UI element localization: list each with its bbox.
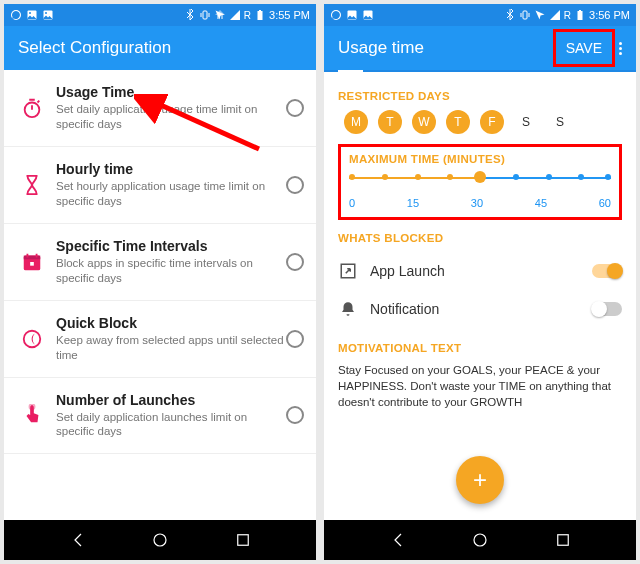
battery-icon: [574, 9, 586, 21]
day-fri[interactable]: F: [480, 110, 504, 134]
svg-point-15: [154, 534, 166, 546]
blocked-notification: Notification: [338, 290, 622, 328]
row-quick-block[interactable]: Quick Block Keep away from selected apps…: [4, 301, 316, 378]
vibrate-icon: [519, 9, 531, 21]
slider-label: 60: [599, 197, 611, 209]
status-clock: 3:55 PM: [269, 9, 310, 21]
carrier-label: R: [244, 10, 251, 21]
section-whats-blocked: WHATS BLOCKED: [338, 232, 622, 244]
signal-icon: [549, 9, 561, 21]
usage-time-form: RESTRICTED DAYS M T W T F S S MAXIMUM TI…: [324, 72, 636, 520]
toggle-notification[interactable]: [592, 302, 622, 316]
day-mon[interactable]: M: [344, 110, 368, 134]
overflow-menu-icon[interactable]: [619, 42, 622, 55]
blocked-label: App Launch: [358, 263, 592, 279]
app-bar-right: Usage time SAVE: [324, 26, 636, 70]
status-bar: R 3:55 PM: [4, 4, 316, 26]
svg-rect-25: [557, 535, 568, 546]
svg-rect-11: [30, 262, 34, 266]
page-title: Usage time: [338, 38, 553, 58]
phone-left: R 3:55 PM Select Configuration Usage Tim…: [4, 4, 316, 560]
annotation-box-slider: MAXIMUM TIME (MINUTES) 0 15 30 45 60: [338, 144, 622, 220]
section-restricted-days: RESTRICTED DAYS: [338, 90, 622, 102]
nav-home[interactable]: [471, 531, 489, 549]
day-sun[interactable]: S: [548, 110, 572, 134]
radio[interactable]: [286, 253, 304, 271]
row-sub: Keep away from selected apps until selec…: [56, 333, 286, 363]
stopwatch-icon: [21, 97, 43, 119]
status-bar: R 3:56 PM: [324, 4, 636, 26]
hourglass-icon: [21, 174, 43, 196]
svg-rect-7: [259, 10, 261, 11]
row-title: Usage Time: [56, 84, 286, 100]
whatsapp-icon: [10, 9, 22, 21]
nav-home[interactable]: [151, 531, 169, 549]
fab-add[interactable]: +: [456, 456, 504, 504]
location-icon: [534, 9, 546, 21]
save-button[interactable]: SAVE: [566, 40, 602, 56]
row-specific-intervals[interactable]: Specific Time Intervals Block apps in sp…: [4, 224, 316, 301]
svg-rect-21: [578, 11, 583, 20]
location-icon: [214, 9, 226, 21]
section-max-time: MAXIMUM TIME (MINUTES): [349, 153, 611, 165]
nav-back[interactable]: [389, 531, 407, 549]
status-clock: 3:56 PM: [589, 9, 630, 21]
section-motivational: MOTIVATIONAL TEXT: [338, 342, 622, 354]
row-sub: Set daily application usage time limit o…: [56, 102, 286, 132]
day-picker: M T W T F S S: [338, 110, 622, 134]
row-number-launches[interactable]: Number of Launches Set daily application…: [4, 378, 316, 455]
svg-point-24: [474, 534, 486, 546]
nav-back[interactable]: [69, 531, 87, 549]
launch-icon: [339, 262, 357, 280]
slider-label: 0: [349, 197, 355, 209]
slider-label: 45: [535, 197, 547, 209]
annotation-box-save: SAVE: [553, 29, 615, 67]
nav-recent[interactable]: [554, 531, 572, 549]
svg-point-4: [45, 12, 47, 14]
signal-icon: [229, 9, 241, 21]
image-icon: [346, 9, 358, 21]
day-wed[interactable]: W: [412, 110, 436, 134]
row-sub: Set hourly application usage time limit …: [56, 179, 286, 209]
slider-label: 30: [471, 197, 483, 209]
phone-right: R 3:56 PM Usage time SAVE RESTRICTED DAY…: [324, 4, 636, 560]
moon-icon: [21, 328, 43, 350]
radio[interactable]: [286, 176, 304, 194]
svg-rect-22: [579, 10, 581, 11]
svg-rect-5: [203, 11, 207, 19]
row-sub: Set daily application launches limit on …: [56, 410, 286, 440]
nav-bar: [4, 520, 316, 560]
radio[interactable]: [286, 330, 304, 348]
motivational-text[interactable]: Stay Focused on your GOALS, your PEACE &…: [338, 362, 622, 410]
slider-thumb[interactable]: [474, 171, 486, 183]
radio[interactable]: [286, 406, 304, 424]
svg-rect-20: [523, 11, 527, 19]
day-tue[interactable]: T: [378, 110, 402, 134]
svg-rect-16: [237, 535, 248, 546]
day-thu[interactable]: T: [446, 110, 470, 134]
bell-icon: [339, 300, 357, 318]
vibrate-icon: [199, 9, 211, 21]
day-sat[interactable]: S: [514, 110, 538, 134]
bluetooth-icon: [184, 9, 196, 21]
radio[interactable]: [286, 99, 304, 117]
svg-point-2: [29, 12, 31, 14]
touch-icon: [21, 404, 43, 426]
row-title: Quick Block: [56, 315, 286, 331]
row-usage-time[interactable]: Usage Time Set daily application usage t…: [4, 70, 316, 147]
blocked-app-launch: App Launch: [338, 252, 622, 290]
config-list: Usage Time Set daily application usage t…: [4, 70, 316, 520]
row-title: Specific Time Intervals: [56, 238, 286, 254]
slider-label: 15: [407, 197, 419, 209]
calendar-icon: [21, 251, 43, 273]
nav-bar: [324, 520, 636, 560]
row-sub: Block apps in specific time intervals on…: [56, 256, 286, 286]
nav-recent[interactable]: [234, 531, 252, 549]
row-hourly-time[interactable]: Hourly time Set hourly application usage…: [4, 147, 316, 224]
page-title: Select Configuration: [18, 38, 302, 58]
time-slider[interactable]: [349, 169, 611, 193]
toggle-app-launch[interactable]: [592, 264, 622, 278]
blocked-label: Notification: [358, 301, 592, 317]
image-icon: [26, 9, 38, 21]
image-icon-2: [42, 9, 54, 21]
